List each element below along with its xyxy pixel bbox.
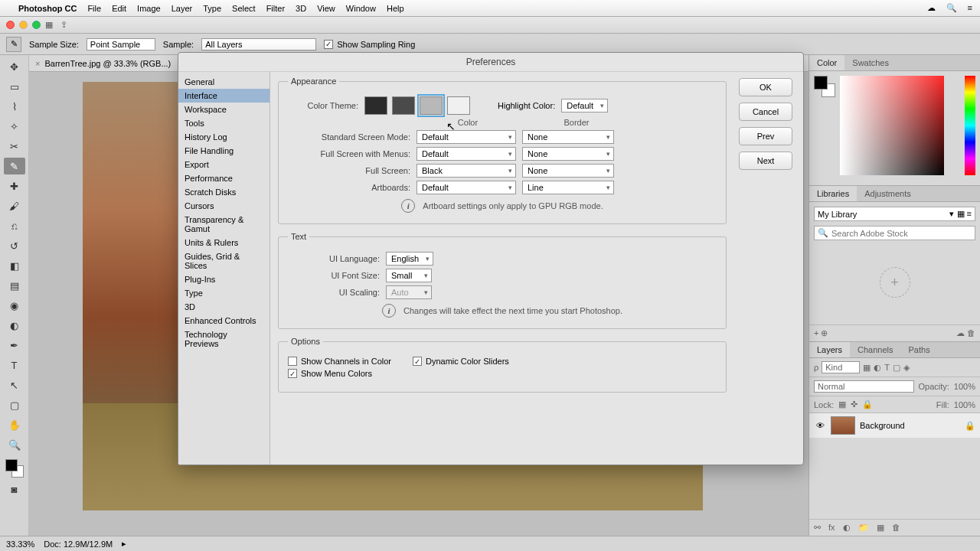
lasso-tool[interactable]: ⌇ bbox=[4, 98, 25, 115]
pen-tool[interactable]: ✒ bbox=[4, 337, 25, 354]
hue-slider[interactable] bbox=[965, 76, 975, 175]
text-row-select-1[interactable]: Small bbox=[386, 269, 432, 282]
tab-adjustments[interactable]: Adjustments bbox=[857, 186, 919, 201]
screen-mode-border-select-2[interactable]: None bbox=[522, 164, 614, 178]
menu-filter[interactable]: Filter bbox=[266, 4, 285, 13]
prev-button[interactable]: Prev bbox=[739, 127, 792, 145]
panel-menu-icon[interactable]: ≡ bbox=[968, 3, 972, 13]
link-layers-icon[interactable]: ⚯ bbox=[814, 523, 821, 533]
filter-adjust-icon[interactable]: ◐ bbox=[874, 363, 881, 373]
screen-mode-color-select-2[interactable]: Black bbox=[416, 164, 516, 178]
clone-tool[interactable]: ⎌ bbox=[4, 217, 25, 234]
tab-color[interactable]: Color bbox=[809, 55, 844, 70]
pref-category-interface[interactable]: Interface bbox=[178, 89, 270, 103]
tab-libraries[interactable]: Libraries bbox=[809, 186, 857, 201]
menu-file[interactable]: File bbox=[87, 4, 101, 13]
pref-category-3d[interactable]: 3D bbox=[178, 300, 270, 314]
menu-edit[interactable]: Edit bbox=[112, 4, 126, 13]
screen-mode-color-select-0[interactable]: Default bbox=[416, 130, 516, 144]
search-icon[interactable]: 🔍 bbox=[946, 3, 957, 13]
chevron-right-icon[interactable]: ▸ bbox=[122, 539, 126, 549]
menu-select[interactable]: Select bbox=[232, 4, 256, 13]
doc-info[interactable]: Doc: 12.9M/12.9M bbox=[44, 540, 113, 549]
crop-tool[interactable]: ✂ bbox=[4, 138, 25, 155]
eyedropper-tool[interactable]: ✎ bbox=[4, 158, 25, 174]
path-select-tool[interactable]: ↖ bbox=[4, 377, 25, 393]
ok-button[interactable]: OK bbox=[739, 78, 792, 96]
marquee-tool[interactable]: ▭ bbox=[4, 78, 25, 95]
library-search-input[interactable] bbox=[831, 229, 972, 238]
zoom-level[interactable]: 33.33% bbox=[6, 540, 34, 549]
fill-value[interactable]: 100% bbox=[954, 400, 975, 409]
pref-category-plug-ins[interactable]: Plug-Ins bbox=[178, 272, 270, 286]
sample-select[interactable]: All Layers bbox=[201, 38, 316, 51]
screen-mode-color-select-3[interactable]: Default bbox=[416, 181, 516, 194]
history-brush-tool[interactable]: ↺ bbox=[4, 237, 25, 254]
filter-kind-select[interactable]: Kind bbox=[822, 361, 860, 373]
layer-name[interactable]: Background bbox=[860, 421, 905, 430]
window-controls[interactable] bbox=[6, 21, 41, 29]
artboard-icon[interactable]: ▦ bbox=[45, 20, 53, 30]
type-tool[interactable]: T bbox=[4, 357, 25, 373]
close-tab-icon[interactable]: × bbox=[35, 59, 40, 68]
theme-swatch-1[interactable] bbox=[392, 96, 415, 115]
pref-category-performance[interactable]: Performance bbox=[178, 171, 270, 185]
text-row-select-0[interactable]: English bbox=[386, 252, 433, 266]
quick-select-tool[interactable]: ✧ bbox=[4, 118, 25, 135]
pref-category-workspace[interactable]: Workspace bbox=[178, 103, 270, 116]
visibility-icon[interactable]: 👁 bbox=[814, 421, 826, 430]
zoom-tool[interactable]: 🔍 bbox=[4, 436, 25, 453]
dodge-tool[interactable]: ◐ bbox=[4, 317, 25, 334]
blend-mode-select[interactable]: Normal bbox=[814, 380, 914, 393]
menu-layer[interactable]: Layer bbox=[172, 4, 193, 13]
pref-category-guides-grid-slices[interactable]: Guides, Grid & Slices bbox=[178, 249, 270, 272]
pref-category-type[interactable]: Type bbox=[178, 286, 270, 300]
theme-swatch-3[interactable] bbox=[447, 96, 470, 115]
opacity-value[interactable]: 100% bbox=[954, 382, 975, 391]
fx-icon[interactable]: fx bbox=[828, 523, 835, 533]
eraser-tool[interactable]: ◧ bbox=[4, 257, 25, 274]
menu-3d[interactable]: 3D bbox=[296, 4, 306, 13]
gradient-tool[interactable]: ▤ bbox=[4, 277, 25, 294]
pref-category-general[interactable]: General bbox=[178, 75, 270, 89]
rectangle-tool[interactable]: ▢ bbox=[4, 396, 25, 413]
pref-category-enhanced-controls[interactable]: Enhanced Controls bbox=[178, 314, 270, 328]
next-button[interactable]: Next bbox=[739, 152, 792, 170]
share-icon[interactable]: ⇪ bbox=[60, 20, 67, 30]
color-field[interactable] bbox=[840, 76, 944, 175]
new-group-icon[interactable]: 📁 bbox=[858, 523, 869, 533]
trash-icon[interactable]: 🗑 bbox=[967, 328, 975, 337]
menu-type[interactable]: Type bbox=[203, 4, 221, 13]
highlight-color-select[interactable]: Default bbox=[561, 99, 608, 112]
blur-tool[interactable]: ◉ bbox=[4, 297, 25, 314]
pref-category-scratch-disks[interactable]: Scratch Disks bbox=[178, 185, 270, 199]
new-layer-icon[interactable]: ▦ bbox=[877, 523, 884, 533]
theme-swatch-0[interactable] bbox=[364, 96, 387, 115]
app-name-menu[interactable]: Photoshop CC bbox=[18, 4, 77, 13]
menu-image[interactable]: Image bbox=[137, 4, 161, 13]
theme-swatch-2[interactable] bbox=[420, 96, 443, 115]
close-icon[interactable] bbox=[6, 21, 15, 29]
healing-tool[interactable]: ✚ bbox=[4, 178, 25, 194]
layer-row-background[interactable]: 👁 Background 🔒 bbox=[809, 413, 980, 438]
tab-layers[interactable]: Layers bbox=[809, 342, 850, 357]
filter-pixel-icon[interactable]: ▦ bbox=[863, 363, 871, 373]
lock-all-icon[interactable]: 🔒 bbox=[862, 399, 873, 409]
library-search[interactable]: 🔍 bbox=[814, 226, 975, 240]
pref-category-cursors[interactable]: Cursors bbox=[178, 199, 270, 213]
minimize-icon[interactable] bbox=[19, 21, 28, 29]
menu-window[interactable]: Window bbox=[346, 4, 376, 13]
option-check-show-channels-in-color[interactable]: Show Channels in Color bbox=[288, 357, 391, 366]
cancel-button[interactable]: Cancel bbox=[739, 103, 792, 121]
quick-mask-tool[interactable]: ◙ bbox=[4, 481, 25, 497]
cloud-icon[interactable]: ☁ bbox=[956, 328, 967, 337]
pref-category-technology-previews[interactable]: Technology Previews bbox=[178, 328, 270, 350]
sample-size-select[interactable]: Point Sample bbox=[87, 38, 155, 51]
delete-layer-icon[interactable]: 🗑 bbox=[892, 523, 900, 533]
tab-paths[interactable]: Paths bbox=[901, 342, 938, 357]
filter-smart-icon[interactable]: ◈ bbox=[903, 363, 910, 373]
zoom-icon[interactable] bbox=[32, 21, 41, 29]
fg-bg-colors[interactable] bbox=[5, 459, 24, 478]
screen-mode-color-select-1[interactable]: Default bbox=[416, 147, 516, 161]
screen-mode-border-select-0[interactable]: None bbox=[522, 130, 614, 144]
